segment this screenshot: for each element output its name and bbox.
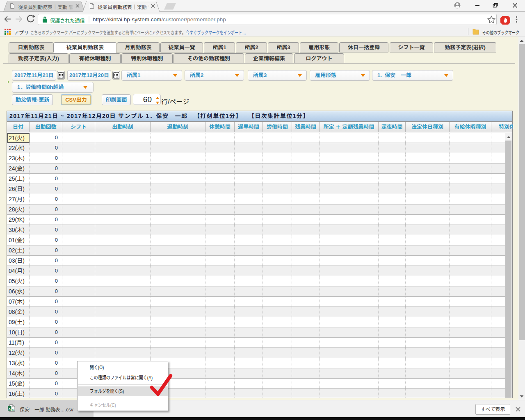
svg-text:a,: a, <box>11 408 14 411</box>
svg-text:x: x <box>9 406 11 411</box>
